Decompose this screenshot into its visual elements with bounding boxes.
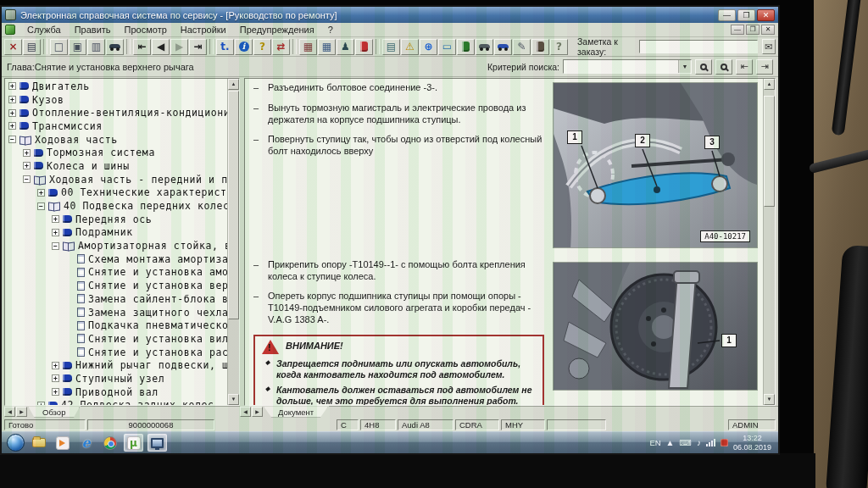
search-input[interactable] [564,60,678,73]
collapse-icon[interactable]: − [52,242,59,250]
utorrent-taskbar-icon[interactable]: µ [124,434,143,452]
tree-item[interactable]: Снятие и установка раст [5,346,227,359]
child-close-button[interactable]: ✕ [761,25,775,35]
tree-item[interactable]: +Кузов [5,93,227,107]
note-send-icon[interactable]: ✉ [762,39,776,54]
car-gray-icon[interactable] [476,39,493,55]
form-help-icon[interactable]: ? [550,39,568,55]
scroll-up-icon[interactable]: ▲ [764,79,775,90]
storage-icon[interactable]: ▭ [438,39,456,55]
note-icon[interactable]: ✎ [513,39,531,55]
tree-item[interactable]: Снятие и установка вилк [5,332,227,346]
expand-icon[interactable]: + [52,229,59,236]
goto-prev-result-icon[interactable]: ⇤ [736,59,753,75]
tree-item[interactable]: Подкачка пневматической [5,319,227,332]
expand-icon[interactable]: + [37,189,45,197]
goto-next-result-icon[interactable]: ⇥ [756,59,773,75]
document-scrollbar[interactable]: ▲ ▼ [763,79,775,405]
start-button[interactable] [7,434,25,452]
tree-item[interactable]: −40 Подвеска передних колес, [5,199,227,213]
tree-item[interactable]: +Двигатель [5,80,227,93]
tab-scroll-right-icon[interactable]: ▶ [16,407,27,417]
volume-tray-icon[interactable]: ♪ [697,439,701,447]
expand-icon[interactable]: + [52,388,59,396]
tree-item[interactable]: Схема монтажа амортизат [5,252,227,266]
tab-scroll-left-icon[interactable]: ◀ [4,407,15,417]
form-icon[interactable]: ▤ [382,39,400,55]
tree-item[interactable]: Снятие и установка верх [5,279,227,292]
expand-icon[interactable]: + [52,215,59,223]
collapse-icon[interactable]: − [8,136,16,143]
tree-item[interactable]: Замена сайлент-блока ве [5,292,227,306]
close-button[interactable]: ✕ [757,9,775,21]
red-book-icon[interactable] [355,39,373,55]
first-page-icon[interactable]: ⇤ [133,39,151,55]
scrollbar-thumb[interactable] [228,91,239,319]
minimize-button[interactable]: — [718,9,736,21]
alert-tray-icon[interactable] [721,439,728,446]
books-icon[interactable] [531,39,549,55]
expand-icon[interactable]: + [8,109,16,117]
menu-preduprezhdeniya[interactable]: Предупреждения [233,24,321,36]
globe-icon[interactable]: ⊕ [420,39,437,55]
expand-icon[interactable]: + [8,82,16,90]
elsa-app-taskbar-icon[interactable] [147,434,167,452]
tab-overview[interactable]: Обзор [28,407,80,418]
menu-nastroiki[interactable]: Настройки [174,24,233,36]
tree-item[interactable]: +42 Подвеска задних колес, п [5,399,227,406]
open-documents-icon[interactable]: ▣ [69,39,86,55]
collapse-icon[interactable]: − [23,175,31,183]
maximize-button[interactable]: ❐ [737,9,755,21]
keyboard-tray-icon[interactable]: ⌨ [680,439,692,447]
taskbar-clock[interactable]: 13:22 06.08.2019 [733,434,773,452]
search-next-icon[interactable] [715,59,732,75]
tree-item[interactable]: Снятие и установка амор [5,266,227,280]
grid-icon[interactable]: ▦ [318,39,336,55]
child-minimize-button[interactable]: — [731,25,744,35]
child-restore-button[interactable]: ❐ [746,25,760,35]
order-note-input[interactable] [639,40,758,53]
tree-item[interactable]: +Нижний рычаг подвески, ша [5,358,227,372]
internet-explorer-taskbar-icon[interactable]: e [76,434,96,452]
chrome-taskbar-icon[interactable] [100,434,120,452]
expand-icon[interactable]: + [52,374,59,382]
search-icon[interactable] [695,59,712,75]
info-icon[interactable]: i [235,39,253,55]
tree-item[interactable]: +Подрамник [5,226,227,240]
media-player-taskbar-icon[interactable] [53,434,72,452]
expand-icon[interactable]: + [8,122,16,130]
tree-item[interactable]: +Отопление-вентиляция-кондициони [5,106,227,119]
tree-item[interactable]: +Колеса и шины [5,159,227,173]
green-book-icon[interactable] [457,39,475,55]
tree-item[interactable]: +Тормозная система [5,146,227,159]
warning-triangle-icon[interactable]: ⚠ [401,39,419,55]
tab-scroll-left-icon[interactable]: ◀ [240,407,251,417]
tray-expand-icon[interactable]: ▲ [666,439,675,447]
scroll-down-icon[interactable]: ▼ [764,394,775,405]
next-page-icon[interactable]: ▶ [170,39,188,55]
expand-icon[interactable]: + [37,402,45,405]
print-icon[interactable]: ▤ [23,39,41,55]
prev-page-icon[interactable]: ◀ [152,39,170,55]
tree-item[interactable]: Замена защитного чехла [5,306,227,319]
menu-help[interactable]: ? [321,24,340,36]
chevron-down-icon[interactable]: ▼ [678,60,691,73]
menu-pravit[interactable]: Править [68,24,118,36]
language-indicator[interactable]: EN [649,438,660,447]
vehicle-icon[interactable] [106,39,124,55]
tab-document[interactable]: Документ [264,407,328,418]
new-document-icon[interactable]: □ [50,39,68,55]
explorer-taskbar-icon[interactable] [29,434,48,452]
expand-icon[interactable]: + [23,149,31,157]
collapse-icon[interactable]: − [37,202,45,210]
tree-item[interactable]: −Амортизаторная стойка, ве [5,239,227,252]
tree-item[interactable]: +00 Технические характеристи [5,186,227,200]
expand-icon[interactable]: + [52,362,59,369]
expand-icon[interactable]: + [23,162,31,169]
expand-icon[interactable]: + [8,96,16,103]
text-tool-icon[interactable]: t. [216,39,234,55]
tree-item[interactable]: +Передняя ось [5,213,227,226]
table-icon[interactable]: ▦ [299,39,317,55]
tree-item[interactable]: −Ходовая часть [5,133,227,147]
scroll-up-icon[interactable]: ▲ [228,79,239,90]
